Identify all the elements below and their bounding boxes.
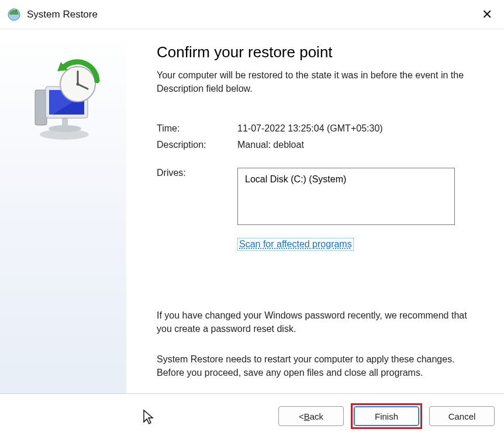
restore-graphic-icon (22, 54, 104, 141)
restart-note: System Restore needs to restart your com… (157, 352, 483, 379)
time-value: 11-07-2022 13:25:04 (GMT+05:30) (237, 123, 483, 134)
notes-section: If you have changed your Windows passwor… (157, 288, 483, 379)
description-label: Description: (157, 140, 233, 150)
drives-listbox[interactable]: Local Disk (C:) (System) (237, 168, 455, 225)
password-note: If you have changed your Windows passwor… (157, 309, 483, 335)
page-heading: Confirm your restore point (157, 43, 483, 61)
description-value: Manual: debloat (237, 140, 483, 150)
system-restore-window: System Restore ✕ (0, 0, 504, 436)
svg-rect-2 (35, 90, 47, 125)
finish-button[interactable]: Finish (354, 406, 419, 426)
cancel-button[interactable]: Cancel (429, 406, 495, 426)
scan-affected-programs-link[interactable]: Scan for affected programs (237, 238, 354, 251)
close-icon[interactable]: ✕ (478, 6, 496, 23)
intro-text: Your computer will be restored to the st… (157, 68, 483, 95)
back-button[interactable]: < Back (278, 406, 344, 426)
finish-button-highlight: Finish (351, 403, 422, 429)
drives-label: Drives: (157, 168, 233, 178)
svg-point-11 (77, 83, 80, 86)
drives-cell: Local Disk (C:) (System) (237, 168, 483, 225)
wizard-content: Confirm your restore point Your computer… (126, 29, 504, 393)
drives-value: Local Disk (C:) (System) (245, 174, 447, 185)
titlebar: System Restore ✕ (0, 0, 504, 29)
system-restore-icon (7, 8, 21, 22)
time-label: Time: (157, 123, 233, 134)
window-title: System Restore (27, 9, 478, 20)
wizard-sidebar (0, 29, 126, 393)
svg-point-4 (49, 125, 81, 132)
wizard-footer: < Back Finish Cancel (0, 393, 504, 436)
restore-details: Time: 11-07-2022 13:25:04 (GMT+05:30) De… (157, 123, 483, 251)
wizard-body: Confirm your restore point Your computer… (0, 29, 504, 393)
